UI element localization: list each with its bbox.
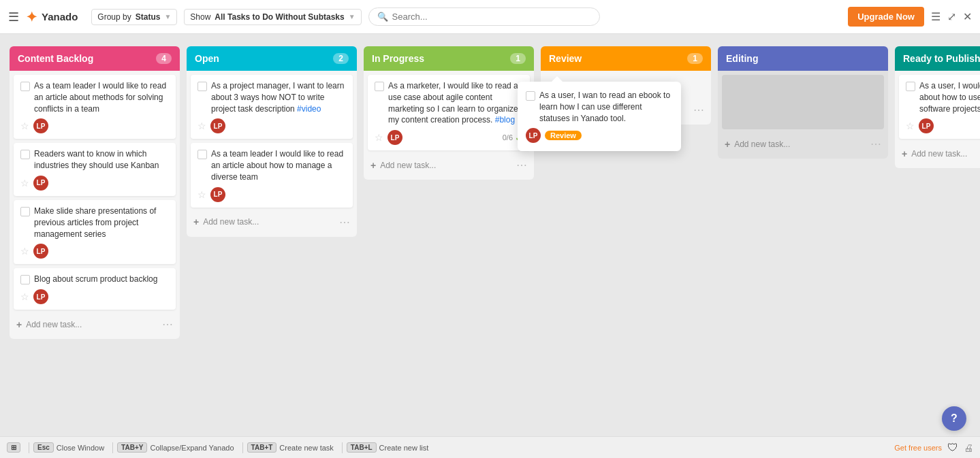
task-card-top: Make slide share presentations of previo…: [20, 206, 169, 240]
help-button[interactable]: ?: [942, 406, 966, 431]
column-in-progress: In Progress1 As a marketer, I would like…: [364, 46, 534, 180]
logo: ✦ Yanado: [26, 9, 78, 25]
esc-key: Esc: [33, 442, 54, 453]
bottom-right: Get free users 🛡 🖨: [894, 442, 973, 454]
column-header-content-backlog: Content Backlog4: [10, 46, 180, 71]
task-card-bottom: ☆ LP: [197, 187, 346, 202]
tooltip-task-text: As a user, I wan to read an ebook to lea…: [539, 90, 673, 124]
upgrade-button[interactable]: Upgrade Now: [848, 7, 924, 27]
task-checkbox[interactable]: [20, 82, 30, 91]
task-checkbox[interactable]: [375, 82, 384, 91]
chevron-down-icon: ▼: [349, 13, 355, 20]
column-open: Open2 As a project manager, I want to le…: [187, 46, 357, 237]
more-options-icon[interactable]: ⋯: [693, 103, 704, 116]
more-options-icon[interactable]: ⋯: [870, 137, 881, 150]
column-header-in-progress: In Progress1: [364, 46, 534, 71]
plus-icon: +: [725, 139, 730, 150]
task-card-bottom: ☆ LP 0/6 ✓: [375, 130, 523, 145]
column-body-open: As a project manager, I want to learn ab…: [187, 71, 357, 237]
task-card[interactable]: Make slide share presentations of previo…: [14, 200, 176, 264]
shortcut-close: Esc Close Window: [33, 442, 104, 453]
add-task-row[interactable]: + Add new task... ⋯: [368, 154, 530, 176]
star-icon[interactable]: ☆: [197, 120, 206, 131]
more-options-icon[interactable]: ⋯: [339, 216, 350, 229]
list-view-icon[interactable]: ☰: [931, 10, 941, 23]
task-text: As a user, I would like to read a case a…: [919, 80, 980, 114]
taby-key: TAB+Y: [117, 442, 147, 453]
shortcut-create-task: TAB+T Create new task: [247, 442, 334, 453]
close-icon[interactable]: ✕: [963, 10, 972, 23]
add-task-row[interactable]: + Add new task... ⋯: [899, 143, 980, 164]
add-task-row[interactable]: + Add new task... ⋯: [14, 314, 176, 335]
show-value: All Tasks to Do Without Subtasks: [215, 12, 344, 22]
task-card-top: As a marketer, I would like to read a us…: [375, 80, 523, 126]
group-by-control[interactable]: Group by Status ▼: [91, 9, 177, 25]
column-body-ready-to-publish: As a user, I would like to read a case a…: [895, 71, 980, 168]
keyboard-key: ⊞: [7, 442, 20, 453]
create-task-label: Create new task: [279, 444, 333, 452]
more-options-icon[interactable]: ⋯: [516, 159, 527, 171]
star-icon[interactable]: ☆: [906, 120, 915, 131]
task-card-bottom: ☆ LP: [197, 118, 346, 133]
chevron-down-icon: ▼: [164, 13, 171, 20]
task-checkbox[interactable]: [20, 207, 30, 216]
search-icon: 🔍: [377, 12, 388, 22]
navbar: ☰ ✦ Yanado Group by Status ▼ Show All Ta…: [0, 0, 980, 34]
task-card[interactable]: Readers want to know in which industries…: [14, 143, 176, 196]
plus-icon: +: [16, 319, 22, 330]
collapse-label: Collapse/Expand Yanado: [150, 444, 234, 452]
star-icon[interactable]: ☆: [197, 189, 206, 200]
task-card[interactable]: As a team leader I would like to read an…: [191, 143, 353, 207]
task-text: As a team leader I would like to read an…: [34, 80, 169, 114]
task-checkbox[interactable]: [906, 82, 915, 91]
task-text: As a marketer, I would like to read a us…: [388, 80, 523, 126]
shortcut-collapse: TAB+Y Collapse/Expand Yanado: [117, 442, 234, 453]
show-control[interactable]: Show All Tasks to Do Without Subtasks ▼: [184, 9, 361, 25]
group-by-value: Status: [136, 12, 161, 22]
task-card[interactable]: As a project manager, I want to learn ab…: [191, 75, 353, 139]
avatar: LP: [33, 289, 48, 304]
expand-icon[interactable]: ⤢: [947, 10, 956, 23]
column-count: 2: [333, 53, 349, 64]
hashtag: #video: [297, 104, 321, 114]
task-text: Make slide share presentations of previo…: [34, 206, 169, 240]
star-icon[interactable]: ☆: [20, 291, 29, 302]
avatar: LP: [33, 244, 48, 259]
nav-icons: ☰ ⤢ ✕: [931, 10, 972, 23]
task-card[interactable]: As a marketer, I would like to read a us…: [368, 75, 530, 150]
star-icon[interactable]: ☆: [375, 132, 383, 143]
star-icon[interactable]: ☆: [20, 120, 29, 131]
task-text: Blog about scrum product backlog: [34, 274, 157, 285]
close-window-label: Close Window: [57, 444, 104, 452]
task-checkbox[interactable]: [20, 150, 30, 159]
more-options-icon[interactable]: ⋯: [162, 318, 173, 331]
search-input[interactable]: [392, 12, 591, 22]
star-icon[interactable]: ☆: [20, 246, 29, 257]
task-card[interactable]: As a user, I would like to read a case a…: [899, 75, 980, 139]
column-body-content-backlog: As a team leader I would like to read an…: [10, 71, 180, 339]
task-text: As a project manager, I want to learn ab…: [211, 80, 346, 114]
add-task-row[interactable]: + Add new task... ⋯: [191, 212, 353, 233]
plus-icon: +: [193, 216, 199, 227]
tooltip-task-checkbox[interactable]: [526, 91, 535, 101]
tabt-key: TAB+T: [247, 442, 277, 453]
search-bar[interactable]: 🔍: [368, 7, 600, 26]
task-card[interactable]: As a team leader I would like to read an…: [14, 75, 176, 139]
editing-placeholder-card: [722, 75, 884, 129]
add-task-row[interactable]: + Add new task... ⋯: [722, 133, 884, 154]
task-checkbox[interactable]: [197, 82, 207, 91]
plus-icon: +: [370, 160, 376, 171]
column-title: Editing: [726, 53, 758, 64]
column-title: In Progress: [372, 53, 424, 64]
printer-icon[interactable]: 🖨: [964, 442, 973, 453]
create-list-label: Create new list: [379, 444, 429, 452]
star-icon[interactable]: ☆: [20, 178, 29, 189]
column-content-backlog: Content Backlog4 As a team leader I woul…: [10, 46, 180, 339]
task-checkbox[interactable]: [197, 150, 207, 159]
hamburger-icon[interactable]: ☰: [8, 10, 19, 24]
task-card[interactable]: Blog about scrum product backlog ☆ LP: [14, 268, 176, 310]
task-checkbox[interactable]: [20, 275, 30, 284]
hashtag: #blog: [495, 115, 515, 125]
get-free-link[interactable]: Get free users: [894, 444, 942, 452]
tooltip-badge: Review: [545, 131, 582, 140]
